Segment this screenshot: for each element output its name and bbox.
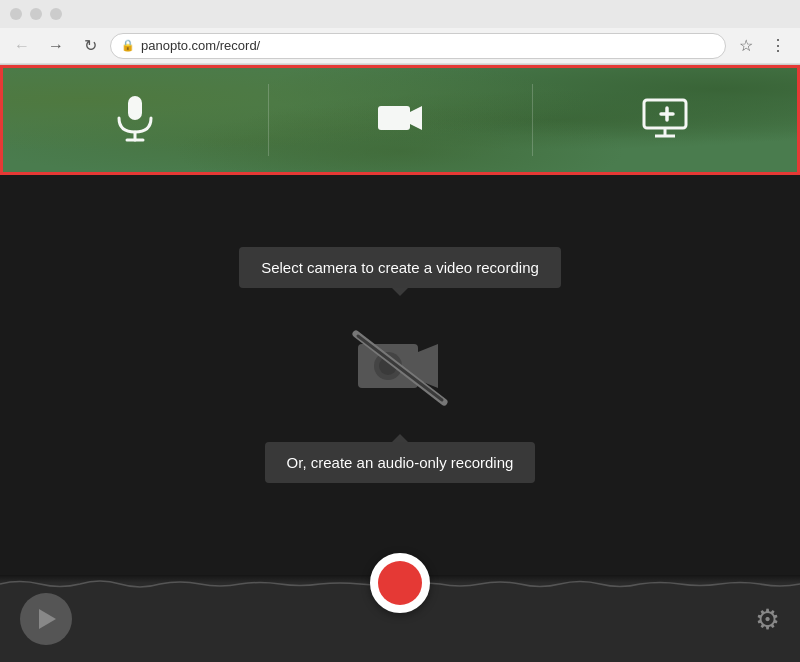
bookmark-button[interactable]: ☆ xyxy=(732,32,760,60)
tab-video[interactable] xyxy=(268,68,533,172)
lock-icon: 🔒 xyxy=(121,39,135,52)
svg-marker-16 xyxy=(39,609,56,629)
app-container: Select camera to create a video recordin… xyxy=(0,65,800,662)
browser-minimize-btn[interactable] xyxy=(30,8,42,20)
bottom-bar: ⚙ xyxy=(0,575,800,662)
forward-button[interactable]: → xyxy=(42,32,70,60)
tab-audio[interactable] xyxy=(3,68,268,172)
browser-maximize-btn[interactable] xyxy=(50,8,62,20)
select-camera-message: Select camera to create a video recordin… xyxy=(239,247,561,288)
microphone-icon xyxy=(109,92,161,148)
record-button-inner xyxy=(378,561,422,605)
browser-chrome: ← → ↻ 🔒 panopto.com/record/ ☆ ⋮ xyxy=(0,0,800,65)
url-text: panopto.com/record/ xyxy=(141,38,260,53)
svg-marker-4 xyxy=(410,106,422,130)
address-bar[interactable]: 🔒 panopto.com/record/ xyxy=(110,33,726,59)
screen-record-icon xyxy=(639,92,691,148)
svg-rect-0 xyxy=(128,96,142,120)
tab-screen[interactable] xyxy=(532,68,797,172)
panopto-logo xyxy=(20,593,72,645)
browser-toolbar: ← → ↻ 🔒 panopto.com/record/ ☆ ⋮ xyxy=(0,28,800,64)
tab-bar xyxy=(0,65,800,175)
browser-titlebar xyxy=(0,0,800,28)
refresh-button[interactable]: ↻ xyxy=(76,32,104,60)
menu-button[interactable]: ⋮ xyxy=(764,32,792,60)
main-content: Select camera to create a video recordin… xyxy=(0,175,800,575)
camera-icon xyxy=(374,92,426,148)
back-button[interactable]: ← xyxy=(8,32,36,60)
audio-only-message[interactable]: Or, create an audio-only recording xyxy=(265,442,536,483)
record-button-container xyxy=(370,553,430,613)
record-button[interactable] xyxy=(370,553,430,613)
browser-actions: ☆ ⋮ xyxy=(732,32,792,60)
svg-rect-3 xyxy=(378,106,410,130)
browser-close-btn[interactable] xyxy=(10,8,22,20)
camera-off-icon xyxy=(350,328,450,412)
settings-button[interactable]: ⚙ xyxy=(755,603,780,636)
